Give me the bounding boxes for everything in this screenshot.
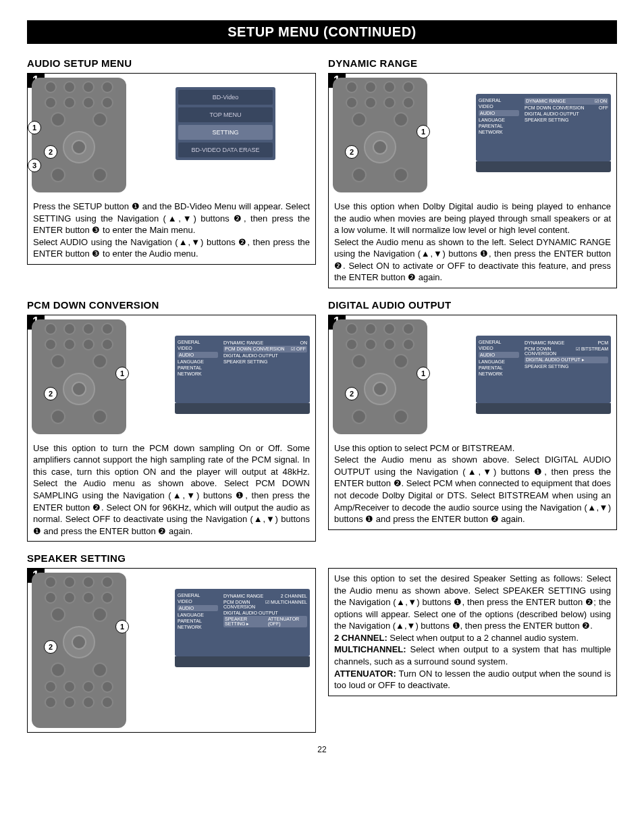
page-title: SETUP MENU (CONTINUED) [27,20,617,44]
section-title-audio-setup: AUDIO SETUP MENU [27,57,316,69]
remote-graphic: 1 2 3 [32,78,126,192]
remote-graphic: 1 2 [32,319,126,434]
remote-graphic: 1 2 [333,319,427,434]
section-title-dynamic-range: DYNAMIC RANGE [328,57,617,69]
menu-item: BD-VIDEO DATA ERASE [178,142,273,157]
instruction-text: Use this option to set the desired Speak… [329,569,616,695]
page-number: 22 [27,745,617,754]
instruction-text: Press the SETUP button ❶ and the BD-Vide… [28,197,315,264]
instruction-text: Use this option when Dolby Digital audio… [329,197,616,288]
osd-screen: GENERAL VIDEO AUDIO LANGUAGE PARENTAL NE… [175,336,310,403]
instruction-text: Use this option to select PCM or BITSTRE… [329,438,616,529]
osd-screen: GENERAL VIDEO AUDIO LANGUAGE PARENTAL NE… [175,589,310,656]
remote-graphic: 1 2 [333,78,427,192]
instruction-text: Use this option to turn the PCM down sam… [28,438,315,541]
section-title-digital-audio: DIGITAL AUDIO OUTPUT [328,299,617,311]
remote-graphic: 1 2 [32,573,126,728]
menu-item: SETTING [178,125,273,140]
menu-item: TOP MENU [178,107,273,122]
menu-item: BD-Video [178,90,273,105]
osd-screen: GENERAL VIDEO AUDIO LANGUAGE PARENTAL NE… [476,336,611,403]
osd-screen: GENERAL VIDEO AUDIO LANGUAGE PARENTAL NE… [476,94,611,161]
section-title-pcm: PCM DOWN CONVERSION [27,299,316,311]
section-title-speaker: SPEAKER SETTING [27,552,617,564]
osd-menu: BD-Video TOP MENU SETTING BD-VIDEO DATA … [176,87,275,160]
